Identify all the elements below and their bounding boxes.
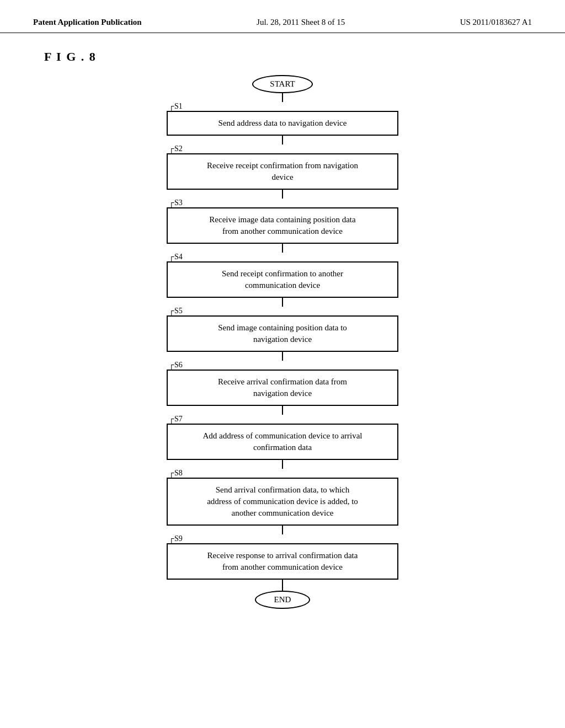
connector: [282, 580, 283, 591]
connector: [282, 136, 283, 144]
step-s5-box: Send image containing position data tona…: [167, 315, 398, 352]
connector: [282, 93, 283, 102]
connector: [282, 298, 283, 307]
connector: [282, 244, 283, 253]
connector: [282, 190, 283, 199]
step-label-s5: ┌S5: [169, 307, 183, 315]
step-s4-text: Send receipt confirmation to anothercomm…: [222, 269, 343, 290]
step-label-s9: ┌S9: [169, 534, 183, 543]
step-s3-box: Receive image data containing position d…: [167, 207, 398, 244]
step-label-s3: ┌S3: [169, 199, 183, 207]
connector: [282, 526, 283, 534]
step-s9-box: Receive response to arrival confirmation…: [167, 543, 398, 580]
step-label-s6: ┌S6: [169, 361, 183, 370]
step-s2-box: Receive receipt confirmation from naviga…: [167, 153, 398, 190]
start-oval: START: [252, 75, 312, 93]
step-s8-box: Send arrival confirmation data, to which…: [167, 478, 398, 526]
step-label-s1: ┌S1: [169, 102, 183, 111]
page-header: Patent Application Publication Jul. 28, …: [0, 0, 565, 33]
end-oval: END: [255, 591, 310, 609]
step-s8-text: Send arrival confirmation data, to which…: [207, 485, 358, 517]
connector: [282, 460, 283, 469]
step-s1-box: Send address data to navigation device: [167, 111, 398, 136]
step-s9-text: Receive response to arrival confirmation…: [207, 551, 358, 571]
connector: [282, 352, 283, 361]
publication-label: Patent Application Publication: [33, 18, 142, 27]
step-s4-box: Send receipt confirmation to anothercomm…: [167, 261, 398, 298]
step-s5-text: Send image containing position data tona…: [218, 323, 347, 344]
step-label-s4: ┌S4: [169, 253, 183, 261]
step-s7-text: Add address of communication device to a…: [202, 431, 362, 452]
step-s6-box: Receive arrival confirmation data fromna…: [167, 370, 398, 406]
step-label-s8: ┌S8: [169, 469, 183, 478]
date-sheet-label: Jul. 28, 2011 Sheet 8 of 15: [257, 18, 345, 27]
patent-number-label: US 2011/0183627 A1: [460, 18, 532, 27]
step-s2-text: Receive receipt confirmation from naviga…: [207, 161, 358, 181]
step-s3-text: Receive image data containing position d…: [209, 215, 355, 235]
flowchart: START ┌S1 Send address data to navigatio…: [0, 75, 565, 609]
step-label-s7: ┌S7: [169, 415, 183, 424]
step-s6-text: Receive arrival confirmation data fromna…: [218, 377, 347, 398]
step-label-s2: ┌S2: [169, 144, 183, 153]
connector: [282, 406, 283, 415]
step-s7-box: Add address of communication device to a…: [167, 424, 398, 460]
figure-label: F I G . 8: [44, 50, 565, 64]
